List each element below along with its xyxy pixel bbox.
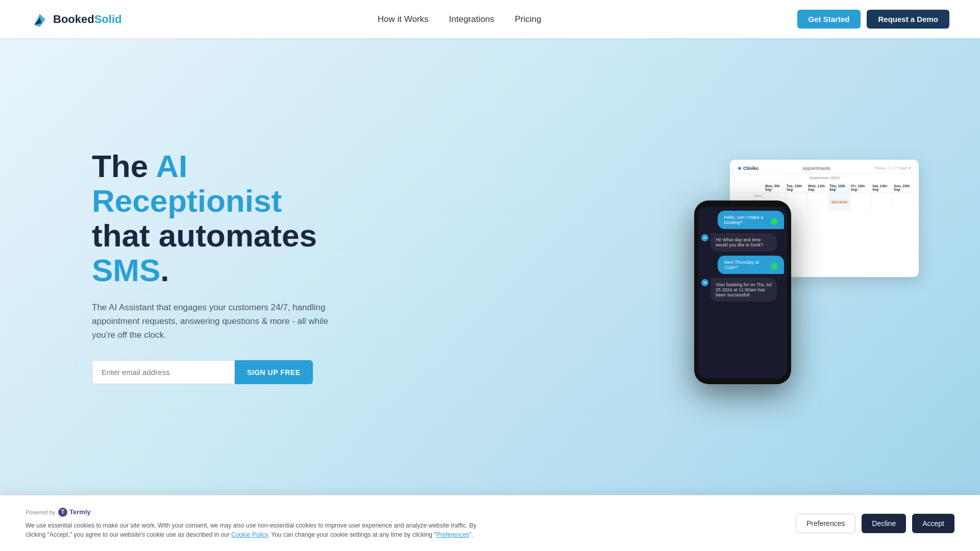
whatsapp-icon-2: [771, 263, 778, 270]
chat-msg-3: Next Thursday at 11am?: [718, 256, 784, 274]
cookie-preferences-link[interactable]: Preferences: [436, 531, 470, 538]
cal-e4: [829, 205, 850, 211]
hero-heading: The AI Receptionist that automates SMS.: [92, 149, 378, 288]
calendar-header: Cliniko Appointments Today ◁ ▷ 7 Days ▾: [734, 164, 915, 173]
nav-link-integrations[interactable]: Integrations: [449, 14, 495, 24]
hero-illustration: Cliniko Appointments Today ◁ ▷ 7 Days ▾ …: [674, 160, 919, 374]
chat-msg-4-bubble: Your booking for on Thu Jul 25 2024 at 1…: [710, 278, 777, 302]
hero-heading-automates: that automates: [92, 218, 317, 253]
decline-button[interactable]: Decline: [862, 514, 906, 533]
chat-msg-2-bubble: Hi! What day and time would you like to …: [710, 233, 777, 252]
navbar: BookedSolid How it Works Integrations Pr…: [0, 0, 980, 38]
cal-e6: [872, 205, 893, 211]
cal-time-row: 10am: [734, 193, 765, 198]
hero-left: The AI Receptionist that automates SMS. …: [92, 149, 378, 384]
cal-day-2: Tue, 10thSep: [786, 183, 807, 193]
logo-icon: [31, 10, 49, 29]
cal-c3: [807, 193, 829, 198]
cal-dot: [738, 167, 741, 170]
cal-day-6: Sat, 14thSep: [872, 183, 893, 193]
cookie-actions: Preferences Decline Accept: [796, 514, 954, 533]
logo[interactable]: BookedSolid: [31, 10, 121, 29]
cal-d2: [786, 198, 807, 205]
powered-by: Powered by Termly: [26, 508, 780, 517]
termly-badge: Termly: [58, 508, 91, 517]
cal-event: John Smith: [830, 200, 849, 204]
logo-text-blue: Solid: [94, 13, 122, 26]
cal-d7: [893, 198, 915, 205]
cal-day-5: Fri, 13thSep: [850, 183, 872, 193]
calendar-month: September 2024: [734, 173, 915, 181]
cal-d5: [850, 198, 872, 205]
calendar-app-name: Cliniko: [743, 166, 758, 171]
cal-e7: [893, 205, 915, 211]
cal-day-7: Sun, 15thSep: [893, 183, 915, 193]
cal-c7: [893, 193, 915, 198]
logo-text-dark: Booked: [53, 13, 94, 26]
signup-button[interactable]: SIGN UP FREE: [235, 360, 313, 384]
nav-actions: Get Started Request a Demo: [797, 10, 949, 29]
nav-link-pricing[interactable]: Pricing: [514, 14, 541, 24]
chat-msg-2: AI Hi! What day and time would you like …: [701, 233, 784, 252]
cal-c2: [786, 193, 807, 198]
powered-label: Powered by: [26, 509, 55, 515]
nav-links: How it Works Integrations Pricing: [378, 14, 542, 24]
cal-e3: [807, 205, 829, 211]
cal-d3: [807, 198, 829, 205]
request-demo-button[interactable]: Request a Demo: [867, 10, 949, 29]
cal-day-3: Wed, 11thSep: [807, 183, 829, 193]
cookie-policy-link[interactable]: Cookie Policy: [231, 531, 268, 538]
cookie-left: Powered by Termly We use essential cooki…: [26, 508, 780, 539]
get-started-button[interactable]: Get Started: [797, 10, 861, 29]
cal-day-4: Thu, 12thSep: [829, 183, 850, 193]
whatsapp-icon: [771, 218, 778, 225]
hero-heading-sms: SMS: [92, 253, 160, 288]
cal-c5: [850, 193, 872, 198]
cal-c4: [829, 193, 850, 198]
cal-e5: [850, 205, 872, 211]
accept-button[interactable]: Accept: [912, 514, 954, 533]
cookie-text: We use essential cookies to make our sit…: [26, 521, 485, 539]
hero-heading-period: .: [160, 253, 169, 288]
preferences-button[interactable]: Preferences: [796, 514, 855, 533]
hero-subtitle: The AI Assistant that engages your custo…: [92, 300, 337, 342]
termly-name: Termly: [69, 508, 91, 516]
cal-time-header: [734, 183, 765, 193]
phone-screen: Hello, can I make a booking? AI Hi! What…: [698, 207, 787, 378]
ai-avatar-2: AI: [701, 279, 708, 286]
ai-avatar: AI: [701, 234, 708, 241]
phone-mockup: Hello, can I make a booking? AI Hi! What…: [694, 201, 791, 384]
hero-section: The AI Receptionist that automates SMS. …: [0, 38, 980, 495]
cal-c1: [765, 193, 786, 198]
nav-link-how-it-works[interactable]: How it Works: [378, 14, 429, 24]
calendar-controls: Today ◁ ▷ 7 Days ▾: [874, 166, 911, 170]
cookie-banner: Powered by Termly We use essential cooki…: [0, 495, 980, 551]
hero-form: SIGN UP FREE: [92, 360, 378, 384]
hero-heading-the: The: [92, 148, 156, 184]
chat-msg-1: Hello, can I make a booking?: [718, 211, 784, 229]
calendar-logo: Cliniko: [738, 166, 758, 171]
email-input[interactable]: [92, 360, 235, 384]
cal-d4: John Smith: [829, 198, 850, 205]
calendar-title: Appointments: [802, 166, 830, 171]
cal-d6: [872, 198, 893, 205]
termly-icon: [58, 508, 67, 517]
cal-c6: [872, 193, 893, 198]
chat-msg-4: AI Your booking for on Thu Jul 25 2024 a…: [701, 278, 784, 302]
cal-day-1: Mon, 9thSep: [765, 183, 786, 193]
